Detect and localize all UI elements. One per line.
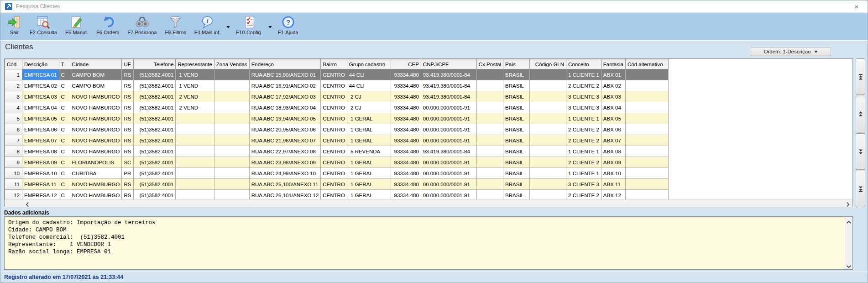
table-cell-representante[interactable]: 2 VEND [176, 91, 214, 102]
table-cell-zona[interactable] [214, 157, 249, 168]
table-cell-telefone[interactable]: (51)3582.4001 [134, 113, 176, 124]
table-cell-cep[interactable]: 93334.480 [391, 124, 421, 135]
table-cell-fantasia[interactable]: ABX 04 [601, 102, 625, 113]
column-header-pais[interactable]: País [503, 59, 530, 69]
table-cell-telefone[interactable]: (51)3582.4001 [134, 135, 176, 146]
column-header-zona[interactable]: Zona Vendas [214, 59, 249, 69]
scroll-left-icon[interactable] [25, 201, 30, 206]
table-cell-gln[interactable] [530, 146, 566, 157]
table-cell-fantasia[interactable]: ABX 06 [601, 124, 625, 135]
table-cell-pais[interactable]: BRASIL [503, 157, 530, 168]
table-cell-gln[interactable] [530, 91, 566, 102]
row-number-cell[interactable]: 11 [5, 179, 22, 190]
table-cell-gln[interactable] [530, 102, 566, 113]
table-cell-t[interactable]: C [59, 124, 70, 135]
table-cell-uf[interactable]: RS [122, 179, 134, 190]
table-cell-cep[interactable]: 93334.480 [391, 91, 421, 102]
mais-inf-dropdown-arrow-icon[interactable] [225, 13, 232, 40]
table-cell-conceito[interactable]: 1 CLIENTE 1 [566, 168, 601, 179]
table-cell-zona[interactable] [214, 124, 249, 135]
table-cell-codalt[interactable] [625, 80, 668, 91]
table-cell-bairro[interactable]: CENTRO [321, 102, 347, 113]
table-cell-cidade[interactable]: CURITIBA [70, 168, 122, 179]
table-cell-pais[interactable]: BRASIL [503, 168, 530, 179]
table-cell-cnpj[interactable]: 00.000.000/0001-91 [421, 124, 476, 135]
table-cell-cxpostal[interactable] [476, 168, 503, 179]
horizontal-scrollbar[interactable] [5, 199, 852, 207]
table-cell-cidade[interactable]: CAMPO BOM [70, 80, 122, 91]
row-number-cell[interactable]: 7 [5, 135, 22, 146]
table-cell-descricao[interactable]: EMPRESA 09 [22, 157, 59, 168]
table-cell-bairro[interactable]: CENTRO [321, 124, 347, 135]
column-header-gln[interactable]: Código GLN [530, 59, 566, 69]
dados-adicionais-memo[interactable]: Origem do cadastro: Importação de tercei… [4, 216, 853, 270]
table-cell-cxpostal[interactable] [476, 179, 503, 190]
table-cell-telefone[interactable]: (51)3582.4001 [134, 102, 176, 113]
table-cell-cxpostal[interactable] [476, 69, 503, 80]
table-cell-conceito[interactable]: 1 CLIENTE 1 [566, 113, 601, 124]
table-cell-cidade[interactable]: NOVO HAMBURGO [70, 124, 122, 135]
table-cell-cnpj[interactable]: 00.000.000/0001-91 [421, 168, 476, 179]
table-cell-endereco[interactable]: RUA ABC 19,94/ANEXO 05 [249, 113, 321, 124]
table-cell-cnpj[interactable]: 93.419.380/0001-84 [421, 146, 476, 157]
table-cell-grupo[interactable]: 1 GERAL [347, 113, 391, 124]
table-cell-zona[interactable] [214, 135, 249, 146]
table-cell-pais[interactable]: BRASIL [503, 135, 530, 146]
column-header-cep[interactable]: CEP [391, 59, 421, 69]
table-cell-telefone[interactable]: (51)3582.4001 [134, 146, 176, 157]
table-cell-conceito[interactable]: 2 CLIENTE 2 [566, 135, 601, 146]
table-cell-cnpj[interactable]: 93.419.380/0001-84 [421, 80, 476, 91]
table-cell-cxpostal[interactable] [476, 113, 503, 124]
table-cell-zona[interactable] [214, 69, 249, 80]
table-cell-telefone[interactable]: (51)3582.4001 [134, 124, 176, 135]
table-cell-codalt[interactable] [625, 190, 668, 201]
table-cell-descricao[interactable]: EMPRESA 11 [22, 179, 59, 190]
table-cell-cxpostal[interactable] [476, 102, 503, 113]
table-cell-representante[interactable]: 2 VEND [176, 102, 214, 113]
table-cell-uf[interactable]: RS [122, 102, 134, 113]
table-cell-endereco[interactable]: RUA ABC 23,98/ANEXO 09 [249, 157, 321, 168]
table-cell-descricao[interactable]: EMPRESA 12 [22, 190, 59, 201]
row-number-cell[interactable]: 2 [5, 80, 22, 91]
table-cell-conceito[interactable]: 3 CLIENTE 3 [566, 102, 601, 113]
table-cell-conceito[interactable]: 2 CLIENTE 2 [566, 124, 601, 135]
table-cell-representante[interactable] [176, 190, 214, 201]
table-cell-conceito[interactable]: 1 CLIENTE 1 [566, 69, 601, 80]
table-cell-telefone[interactable]: (51)3582.4001 [134, 157, 176, 168]
table-cell-t[interactable]: C [59, 69, 70, 80]
column-header-cod[interactable]: Cód. [5, 59, 22, 69]
table-cell-cep[interactable]: 93334.480 [391, 113, 421, 124]
table-cell-t[interactable]: C [59, 102, 70, 113]
table-cell-endereco[interactable]: RUA ABC 16,91/ANEXO 02 [249, 80, 321, 91]
table-cell-uf[interactable]: RS [122, 80, 134, 91]
table-cell-cnpj[interactable]: 00.000.000/0001-91 [421, 135, 476, 146]
table-cell-uf[interactable]: RS [122, 69, 134, 80]
table-cell-cep[interactable]: 93334.480 [391, 179, 421, 190]
f7-posiciona-button[interactable]: F7-Posiciona [123, 13, 161, 40]
table-cell-conceito[interactable]: 2 CLIENTE 2 [566, 190, 601, 201]
table-cell-endereco[interactable]: RUA ABC 20,95/ANEXO 06 [249, 124, 321, 135]
table-cell-descricao[interactable]: EMPRESA 08 [22, 146, 59, 157]
table-cell-uf[interactable]: PR [122, 168, 134, 179]
column-header-codalt[interactable]: Cód.alternativo [625, 59, 668, 69]
f6-ordem-button[interactable]: F6-Ordem [92, 13, 123, 40]
table-cell-fantasia[interactable]: ABX 10 [601, 168, 625, 179]
table-cell-zona[interactable] [214, 168, 249, 179]
table-cell-cxpostal[interactable] [476, 146, 503, 157]
table-cell-cep[interactable]: 93334.480 [391, 168, 421, 179]
table-cell-t[interactable]: C [59, 157, 70, 168]
table-cell-representante[interactable]: 1 VEND [176, 80, 214, 91]
page-down-button[interactable] [856, 133, 865, 170]
table-cell-cep[interactable]: 93334.480 [391, 80, 421, 91]
table-cell-cidade[interactable]: NOVO HAMBURGO [70, 179, 122, 190]
table-cell-uf[interactable]: RS [122, 113, 134, 124]
column-header-conceito[interactable]: Conceito [566, 59, 601, 69]
table-cell-codalt[interactable] [625, 91, 668, 102]
table-cell-zona[interactable] [214, 80, 249, 91]
table-cell-telefone[interactable]: (51)3582.4001 [134, 168, 176, 179]
table-cell-gln[interactable] [530, 168, 566, 179]
table-cell-bairro[interactable]: CENTRO [321, 69, 347, 80]
table-cell-cnpj[interactable]: 00.000.000/0001-91 [421, 102, 476, 113]
table-cell-telefone[interactable]: (51)3582.4001 [134, 91, 176, 102]
table-cell-grupo[interactable]: 1 GERAL [347, 179, 391, 190]
